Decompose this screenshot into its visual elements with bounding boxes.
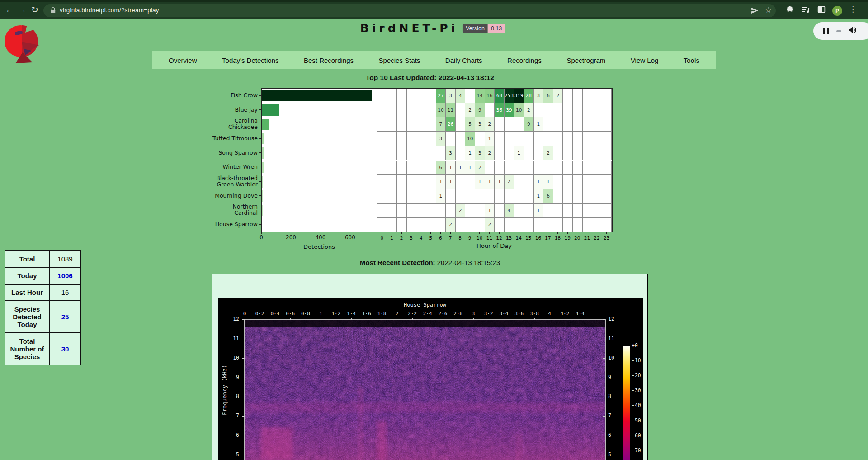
heatmap-cell: 1	[534, 117, 544, 132]
heatmap-cell	[563, 89, 573, 103]
heatmap-cell: 4	[505, 204, 514, 218]
media-playlist-icon[interactable]	[801, 6, 810, 15]
spec-freq-label-left: 8	[228, 393, 239, 399]
stat-value-today[interactable]: 1006	[49, 267, 81, 284]
nav-item-spectrogram[interactable]: Spectrogram	[566, 57, 605, 64]
stat-value-species-detected-today[interactable]: 25	[49, 301, 81, 333]
species-axis-tick	[259, 109, 261, 110]
nav-item-recordings[interactable]: Recordings	[507, 57, 542, 64]
heatmap-cell	[592, 189, 602, 204]
heatmap-cell	[514, 204, 524, 218]
heatmap-cell: 14	[475, 89, 485, 103]
bookmark-star-icon[interactable]: ☆	[765, 5, 772, 15]
stat-value-total-number-of-species[interactable]: 30	[49, 333, 81, 365]
heatmap-cell	[387, 89, 397, 103]
nav-item-view-log[interactable]: View Log	[631, 57, 658, 64]
heatmap-cell: 1	[465, 146, 475, 161]
stats-table: Total1089Today1006Last Hour16Species Det…	[5, 250, 81, 365]
heatmap-cell	[377, 189, 387, 204]
hour-xtick: 13	[506, 235, 512, 241]
address-bar[interactable]: virginia.birdnetpi.com/?stream=play ☆	[43, 4, 776, 17]
heatmap-cell: 319	[514, 89, 524, 103]
stat-value-last-hour: 16	[49, 284, 81, 301]
stats-row: Today1006	[5, 267, 81, 284]
seek-handle[interactable]	[836, 30, 841, 32]
heatmap-cell	[397, 175, 407, 189]
pause-icon[interactable]	[823, 28, 829, 34]
reload-icon[interactable]: ↻	[29, 3, 41, 17]
heatmap-cell: 2	[446, 218, 456, 232]
heatmap-cell	[397, 218, 407, 232]
nav-item-today-s-detections[interactable]: Today's Detections	[222, 57, 278, 64]
spec-time-label: 2·8	[453, 311, 462, 317]
heatmap-cell	[553, 132, 563, 146]
spec-time-tick	[550, 318, 550, 320]
side-panel-icon[interactable]	[817, 6, 826, 15]
nav-item-best-recordings[interactable]: Best Recordings	[304, 57, 354, 64]
heatmap-cell	[602, 132, 612, 146]
detections-bar-chart	[261, 88, 377, 232]
heatmap-cell	[387, 103, 397, 118]
nav-item-species-stats[interactable]: Species Stats	[379, 57, 420, 64]
profile-avatar[interactable]: P	[832, 6, 842, 16]
send-icon[interactable]	[751, 7, 759, 16]
heatmap-cell	[514, 132, 524, 146]
volume-icon[interactable]	[848, 26, 857, 36]
forward-icon[interactable]: →	[16, 3, 28, 17]
heatmap-cell	[416, 189, 426, 204]
heatmap-cell: 2	[505, 175, 514, 189]
heatmap-cell	[377, 218, 387, 232]
heatmap-cell	[495, 132, 505, 146]
extensions-icon[interactable]	[786, 6, 794, 16]
back-icon[interactable]: ←	[4, 3, 15, 17]
heatmap-cell	[534, 161, 544, 175]
spec-freq-label-right: 11	[608, 335, 614, 341]
heatmap-cell	[583, 132, 593, 146]
spec-time-tick	[504, 318, 504, 320]
heatmap-cell	[426, 218, 436, 232]
heatmap-cell: 1	[495, 175, 505, 189]
spec-freq-tick	[242, 358, 245, 359]
nav-item-overview[interactable]: Overview	[169, 57, 197, 64]
heatmap-cell	[553, 189, 563, 204]
heatmap-cell	[583, 161, 593, 175]
heatmap-cell	[416, 117, 426, 132]
heatmap-cell: 1	[436, 189, 446, 204]
nav-item-daily-charts[interactable]: Daily Charts	[445, 57, 482, 64]
heatmap-cell	[592, 132, 602, 146]
heatmap-cell	[407, 218, 417, 232]
heatmap-cell: 5	[465, 117, 475, 132]
heatmap-cell	[377, 117, 387, 132]
menu-dots-icon[interactable]: ⋮	[849, 5, 857, 14]
bar-house-sparrow	[262, 219, 262, 231]
heatmap-cell: 2	[485, 218, 495, 232]
heatmap-cell	[407, 175, 417, 189]
heatmap-cell	[436, 218, 446, 232]
spec-time-tick	[367, 318, 367, 320]
colorbar-tick: -20	[632, 372, 641, 379]
heatmap-cell	[524, 189, 534, 204]
heatmap-cell	[387, 218, 397, 232]
species-axis-tick	[259, 138, 261, 139]
bar-northern-cardinal	[262, 205, 263, 216]
heatmap-cell: 1	[485, 204, 495, 218]
heatmap-cell: 28	[524, 89, 534, 103]
header: BirdNET-Pi Version 0.13	[360, 22, 505, 35]
heatmap-cell	[377, 204, 387, 218]
heatmap-cell	[377, 146, 387, 161]
heatmap-cell: 3	[534, 89, 544, 103]
heatmap-cell	[592, 218, 602, 232]
spec-time-tick	[458, 318, 458, 320]
nav-item-tools[interactable]: Tools	[684, 57, 699, 64]
heatmap-cell	[495, 189, 505, 204]
hour-xtick: 0	[380, 235, 383, 241]
url-text[interactable]: virginia.birdnetpi.com/?stream=play	[60, 7, 159, 14]
audio-player[interactable]	[813, 22, 868, 40]
spec-freq-tick	[603, 416, 605, 417]
heatmap-cell	[583, 117, 593, 132]
heatmap-cell	[563, 175, 573, 189]
spec-time-label: 2·6	[439, 311, 448, 317]
spec-time-label: 3·4	[499, 311, 508, 317]
heatmap-cell	[573, 146, 583, 161]
heatmap-cell: 7	[436, 117, 446, 132]
